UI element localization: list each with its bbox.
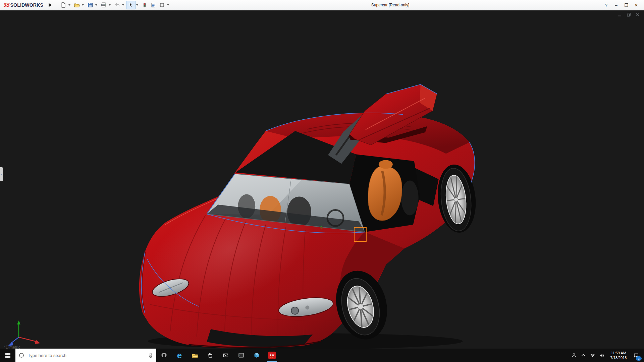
x-axis-arrow: [35, 340, 40, 344]
taskbar-search[interactable]: [15, 349, 156, 362]
mail-envelope-icon: [223, 352, 229, 358]
open-dropdown[interactable]: [82, 4, 84, 6]
taskbar-clock[interactable]: 11:59 AM 7/13/2018: [607, 351, 630, 360]
window-controls: ? – ❐ ✕: [601, 0, 641, 10]
menu-bar: 3S SOLIDWORKS: [0, 0, 644, 10]
console-button[interactable]: >_: [233, 349, 249, 362]
new-document-button[interactable]: [59, 1, 68, 9]
menu-flyout-arrow[interactable]: [49, 3, 52, 7]
store-bag-icon: [207, 352, 213, 358]
action-center-button[interactable]: 3: [630, 349, 642, 362]
notification-badge: 3: [636, 356, 642, 361]
options-button[interactable]: [158, 1, 166, 9]
model-canvas[interactable]: [0, 10, 644, 349]
graphics-viewport[interactable]: ‹ *Dimetric: [0, 10, 644, 349]
microphone-icon[interactable]: [148, 353, 153, 358]
view-orientation-label: *Dimetric: [4, 345, 20, 349]
gear-icon: [159, 2, 165, 8]
minimize-button[interactable]: –: [611, 0, 621, 10]
undo-icon: [114, 2, 120, 8]
save-icon: [87, 2, 93, 8]
new-document-dropdown[interactable]: [68, 4, 70, 6]
x-axis: [19, 337, 36, 342]
windows-logo-icon: [5, 353, 11, 358]
options-dropdown[interactable]: [167, 4, 169, 6]
select-cursor-icon: [128, 2, 134, 8]
start-button[interactable]: [0, 349, 15, 362]
ds-logo-mark: 3S: [3, 2, 9, 8]
console-icon: >_: [238, 352, 244, 358]
speaker-icon: [599, 353, 605, 358]
people-button[interactable]: [569, 349, 579, 362]
edge-button[interactable]: e: [172, 349, 187, 362]
close-button[interactable]: ✕: [631, 0, 641, 10]
rebuild-traffic-light-icon: [142, 2, 148, 8]
print-dropdown[interactable]: [109, 4, 111, 6]
3d-viewer-button[interactable]: [249, 349, 264, 362]
svg-text:SW: SW: [270, 353, 275, 356]
doc-close-icon[interactable]: [636, 12, 640, 17]
document-title: Supercar [Read-only]: [371, 3, 409, 7]
system-tray: 11:59 AM 7/13/2018 3: [569, 349, 644, 362]
3d-cube-icon: [254, 352, 260, 358]
y-axis-arrow: [17, 320, 20, 324]
wifi-icon: [590, 353, 595, 358]
solidworks-2017-button[interactable]: SW 2017: [264, 349, 280, 362]
document-window-controls: [618, 12, 640, 17]
search-input[interactable]: [27, 353, 145, 358]
doc-minimize-icon[interactable]: [618, 12, 622, 17]
print-icon: [101, 2, 107, 8]
new-document-icon: [60, 2, 66, 8]
svg-text:2017: 2017: [270, 357, 274, 359]
brand-text: SOLIDWORKS: [10, 2, 43, 8]
select-button[interactable]: [126, 1, 136, 9]
open-button[interactable]: [72, 1, 81, 9]
person-icon: [571, 353, 577, 358]
clock-time: 11:59 AM: [607, 351, 630, 355]
chevron-up-icon: [581, 353, 586, 358]
print-button[interactable]: [99, 1, 108, 9]
file-properties-icon: [150, 2, 156, 8]
help-button[interactable]: ?: [601, 0, 611, 10]
solidworks-window: 3S SOLIDWORKS: [0, 0, 644, 362]
store-button[interactable]: [203, 349, 218, 362]
z-axis: [11, 337, 19, 343]
supercar-model[interactable]: [131, 84, 479, 348]
file-explorer-button[interactable]: [187, 349, 203, 362]
solidworks-logo: 3S SOLIDWORKS: [0, 2, 46, 8]
file-explorer-icon: [192, 352, 198, 358]
clock-date: 7/13/2018: [607, 355, 630, 360]
task-view-button[interactable]: [156, 349, 172, 362]
select-dropdown[interactable]: [136, 4, 138, 6]
volume-button[interactable]: [597, 349, 607, 362]
maximize-button[interactable]: ❐: [621, 0, 631, 10]
save-button[interactable]: [86, 1, 95, 9]
open-folder-icon: [74, 2, 80, 8]
edge-icon: e: [177, 351, 182, 360]
save-dropdown[interactable]: [95, 4, 97, 6]
undo-dropdown[interactable]: [122, 4, 124, 6]
rebuild-button[interactable]: [140, 1, 149, 9]
network-button[interactable]: [588, 349, 597, 362]
task-view-icon: [161, 352, 167, 358]
file-properties-button[interactable]: [149, 1, 158, 9]
feature-manager-collapsed-tab[interactable]: ‹: [0, 167, 3, 181]
mail-button[interactable]: [218, 349, 233, 362]
quick-access-toolbar: [59, 1, 171, 9]
cortana-icon: [19, 353, 24, 358]
undo-button[interactable]: [113, 1, 121, 9]
solidworks-2017-icon: SW 2017: [268, 351, 276, 359]
windows-taskbar: e: [0, 349, 644, 362]
orientation-triad[interactable]: [5, 317, 45, 347]
tray-overflow-button[interactable]: [579, 349, 588, 362]
svg-text:>_: >_: [239, 354, 242, 356]
doc-restore-icon[interactable]: [627, 12, 631, 17]
